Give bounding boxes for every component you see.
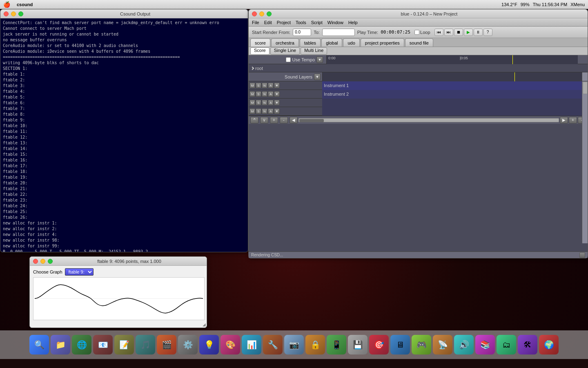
subtab-score[interactable]: Score (250, 47, 270, 55)
zoom-in-btn[interactable]: + (569, 117, 577, 123)
scrollbar-thumb[interactable] (583, 82, 588, 94)
blue-maximize-button[interactable] (267, 11, 272, 16)
transport-help[interactable]: ? (483, 29, 492, 36)
move-down-btn[interactable]: v (260, 117, 268, 123)
dock-icon-9[interactable]: 💡 (199, 335, 219, 355)
dock-icon-11[interactable]: 📊 (242, 335, 261, 355)
ftable-maximize-btn[interactable] (48, 259, 53, 264)
h-scrollbar-track[interactable] (298, 118, 559, 122)
instr-4-dropdown-btn[interactable]: ▼ (274, 108, 280, 114)
instr-2-n-btn[interactable]: N (262, 91, 267, 97)
h-scroll-right-btn[interactable]: ▶ (560, 117, 568, 123)
menu-edit[interactable]: Edit (264, 20, 272, 25)
csound-output-content[interactable]: ConnectPort: can't find mach server port… (0, 18, 248, 252)
ftable-resize-handle[interactable]: ◢ (203, 322, 206, 327)
menu-file[interactable]: File (252, 20, 259, 25)
loop-checkbox[interactable] (414, 30, 419, 35)
move-up-btn[interactable]: ^ (250, 117, 258, 123)
dock-icon-23[interactable]: 🗂 (497, 335, 516, 355)
dock-icon-12[interactable]: 🔧 (263, 335, 283, 355)
xmenu-item[interactable]: XMenu (570, 2, 585, 7)
tab-project-properties[interactable]: project properties (361, 38, 404, 47)
dock-icon-2[interactable]: 📁 (51, 335, 70, 355)
dock-icon-16[interactable]: 💾 (348, 335, 368, 355)
add-btn[interactable]: + (270, 117, 278, 123)
instr-4-m-btn[interactable]: M (249, 108, 255, 114)
instr-3-m-btn[interactable]: M (249, 100, 255, 105)
instr-2-s-btn[interactable]: S (256, 91, 261, 97)
apple-menu[interactable]: 🍎 (3, 1, 10, 8)
sound-layers-dropdown-btn[interactable]: ▼ (314, 74, 321, 80)
dock-icon-25[interactable]: 🌍 (539, 335, 559, 355)
tab-orchestra[interactable]: orchestra (271, 38, 299, 47)
tab-udo[interactable]: udo (343, 38, 359, 47)
instr-1-s-btn[interactable]: S (256, 83, 261, 88)
dock-icon-4[interactable]: 📧 (93, 335, 113, 355)
remove-btn[interactable]: - (280, 117, 288, 123)
to-input[interactable] (322, 29, 355, 36)
instr-1-n-btn[interactable]: N (262, 83, 267, 88)
transport-skip-fwd[interactable]: ⏭ (444, 29, 453, 36)
ftable-close-btn[interactable] (33, 259, 38, 264)
dock-icon-13[interactable]: 📷 (284, 335, 304, 355)
menu-project[interactable]: Project (277, 20, 291, 25)
menu-tools[interactable]: Tools (296, 20, 306, 25)
blue-close-button[interactable] (252, 11, 257, 16)
dock-icon-7[interactable]: 🎬 (157, 335, 176, 355)
instr-2-dropdown-btn[interactable]: ▼ (274, 91, 280, 97)
dock-icon-3[interactable]: 🌐 (72, 335, 91, 355)
close-button[interactable] (4, 11, 9, 16)
dock-icon-14[interactable]: 🔒 (305, 335, 325, 355)
start-render-input[interactable] (293, 29, 311, 36)
instr-3-a-btn[interactable]: A (268, 100, 274, 105)
dock-icon-20[interactable]: 📡 (433, 335, 452, 355)
instr-1-a-btn[interactable]: A (268, 83, 274, 88)
instr-3-s-btn[interactable]: S (256, 100, 261, 105)
graph-selector[interactable]: ftable 9: (65, 268, 94, 276)
instr-1-dropdown-btn[interactable]: ▼ (274, 83, 280, 88)
instr-3-n-btn[interactable]: N (262, 100, 267, 105)
dock-icon-17[interactable]: 🎯 (369, 335, 389, 355)
tab-sound-file[interactable]: sound file (405, 38, 433, 47)
instr-1-m-btn[interactable]: M (249, 83, 255, 88)
transport-skip-back[interactable]: ⏮ (434, 29, 443, 36)
dock-icon-22[interactable]: 📚 (475, 335, 495, 355)
instr-4-a-btn[interactable]: A (268, 108, 274, 114)
subtab-single-line[interactable]: Single Line (270, 47, 300, 55)
status-resize-handle[interactable] (579, 252, 585, 258)
dock-icon-15[interactable]: 📱 (327, 335, 346, 355)
instr-3-dropdown-btn[interactable]: ▼ (274, 100, 280, 105)
minimize-button[interactable] (11, 11, 16, 16)
tab-global[interactable]: global (321, 38, 342, 47)
instr-2-m-btn[interactable]: M (249, 91, 255, 97)
dock-icon-24[interactable]: 🛠 (518, 335, 537, 355)
h-scrollbar-thumb[interactable] (299, 119, 324, 122)
blue-minimize-button[interactable] (259, 11, 264, 16)
menu-window[interactable]: Window (327, 20, 343, 25)
dock-icon-6[interactable]: 🎵 (136, 335, 155, 355)
transport-stop[interactable]: ⏹ (454, 29, 463, 36)
tab-score[interactable]: score (250, 38, 270, 47)
root-expand-icon[interactable] (251, 66, 254, 70)
dock-icon-21[interactable]: 🔊 (454, 335, 474, 355)
app-name[interactable]: csound (17, 2, 33, 7)
dock-icon-18[interactable]: 🖥 (390, 335, 410, 355)
transport-pause[interactable]: ⏸ (474, 29, 483, 36)
instr-4-n-btn[interactable]: N (262, 108, 267, 114)
maximize-button[interactable] (18, 11, 23, 16)
dock-icon-5[interactable]: 📝 (114, 335, 134, 355)
dock-icon-10[interactable]: 🎨 (220, 335, 240, 355)
subtab-multi-line[interactable]: Multi Line (301, 47, 327, 55)
dock-icon-finder[interactable]: 🔍 (29, 335, 49, 355)
vertical-scrollbar[interactable] (582, 81, 588, 243)
transport-play[interactable]: ▶ (464, 29, 473, 36)
use-tempo-checkbox[interactable] (286, 57, 291, 62)
h-scroll-left-btn[interactable]: ◀ (290, 117, 298, 123)
menu-help[interactable]: Help (348, 20, 358, 25)
menu-script[interactable]: Script (311, 20, 323, 25)
dock-icon-19[interactable]: 🎮 (412, 335, 431, 355)
use-tempo-dropdown-btn[interactable]: ▼ (316, 56, 323, 63)
dock-icon-8[interactable]: ⚙️ (178, 335, 198, 355)
ftable-minimize-btn[interactable] (40, 259, 45, 264)
instr-4-s-btn[interactable]: S (256, 108, 261, 114)
